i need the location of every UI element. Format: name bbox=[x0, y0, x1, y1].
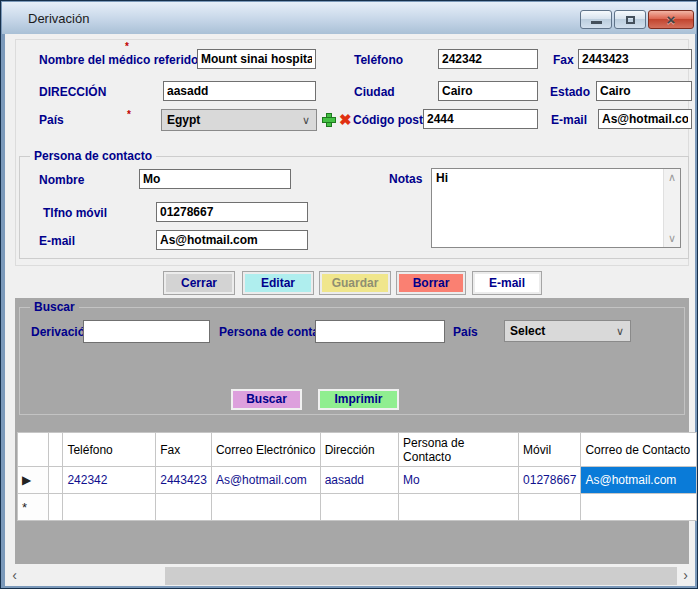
grid-header-movil[interactable]: Móvil bbox=[519, 433, 581, 467]
contact-groupbox-legend: Persona de contacto bbox=[30, 149, 156, 163]
referred-name-label: Nombre del médico referido bbox=[39, 53, 198, 67]
grid-header-fax[interactable]: Fax bbox=[156, 433, 212, 467]
grid-cell[interactable] bbox=[63, 494, 156, 521]
required-marker-referred: * bbox=[125, 41, 129, 52]
estado-input[interactable] bbox=[596, 81, 692, 101]
window-title: Derivación bbox=[28, 11, 89, 26]
contact-nombre-input[interactable] bbox=[139, 169, 291, 189]
contact-email-label: E-mail bbox=[39, 234, 75, 248]
grid-row-new[interactable]: * bbox=[18, 494, 697, 521]
email-input[interactable] bbox=[598, 109, 692, 129]
row-marker-new[interactable]: * bbox=[18, 494, 49, 521]
minimize-button[interactable] bbox=[580, 10, 612, 29]
pais-label: País bbox=[39, 113, 64, 127]
grid-cell-movil[interactable]: 01278667 bbox=[519, 467, 581, 494]
search-pais-value: Select bbox=[510, 324, 545, 338]
search-pais-combobox[interactable]: Select ∨ bbox=[504, 320, 631, 342]
email-button[interactable]: E-mail bbox=[473, 272, 541, 294]
search-persona-input[interactable] bbox=[315, 320, 445, 343]
grid-cell-telefono[interactable]: 242342 bbox=[63, 467, 156, 494]
grid-cell[interactable] bbox=[320, 494, 398, 521]
notas-scrollbar[interactable]: ∧ ∨ bbox=[663, 169, 680, 247]
plus-horizontal-bar bbox=[322, 117, 336, 123]
search-pais-label: País bbox=[453, 325, 478, 339]
borrar-button[interactable]: Borrar bbox=[397, 272, 465, 294]
close-button[interactable]: × bbox=[648, 10, 694, 29]
search-groupbox-legend: Buscar bbox=[30, 300, 79, 314]
scrollbar-thumb[interactable] bbox=[165, 567, 677, 585]
grid-cell[interactable] bbox=[211, 494, 320, 521]
contact-email-input[interactable] bbox=[156, 230, 308, 250]
grid-cell-fax[interactable]: 2443423 bbox=[156, 467, 212, 494]
chevron-down-icon: ∨ bbox=[616, 321, 624, 341]
close-icon: × bbox=[649, 11, 693, 29]
scroll-down-icon[interactable]: ∨ bbox=[664, 232, 680, 245]
email-label: E-mail bbox=[551, 113, 587, 127]
codigo-postal-input[interactable] bbox=[423, 109, 538, 129]
fax-label: Fax bbox=[553, 53, 574, 67]
maximize-icon bbox=[626, 16, 635, 24]
grid-cell[interactable] bbox=[399, 494, 519, 521]
grid-header-row: Teléfono Fax Correo Electrónico Direcció… bbox=[18, 433, 697, 467]
editar-button[interactable]: Editar bbox=[243, 272, 313, 294]
grid-header-telefono[interactable]: Teléfono bbox=[63, 433, 156, 467]
imprimir-button[interactable]: Imprimir bbox=[318, 389, 399, 410]
grid-cell-correo-electronico[interactable]: As@hotmail.com bbox=[211, 467, 320, 494]
grid-cell-persona[interactable]: Mo bbox=[399, 467, 519, 494]
grid-header-correo-electronico[interactable]: Correo Electrónico bbox=[211, 433, 320, 467]
grid-header-blank[interactable] bbox=[48, 433, 63, 467]
notas-textarea[interactable]: Hi ∧ ∨ bbox=[431, 168, 681, 248]
grid-cell[interactable] bbox=[48, 494, 63, 521]
contact-nombre-label: Nombre bbox=[39, 173, 84, 187]
grid-header-persona-contacto[interactable]: Persona de Contacto bbox=[399, 433, 519, 467]
grid-header-rowselector[interactable] bbox=[18, 433, 49, 467]
notas-label: Notas bbox=[389, 172, 422, 186]
ciudad-input[interactable] bbox=[438, 81, 538, 101]
grid-cell[interactable] bbox=[581, 494, 697, 521]
cerrar-button[interactable]: Cerrar bbox=[164, 272, 234, 294]
guardar-button[interactable]: Guardar bbox=[320, 272, 390, 294]
row-marker-current[interactable]: ▶ bbox=[18, 467, 49, 494]
estado-label: Estado bbox=[550, 85, 590, 99]
pais-combobox[interactable]: Egypt ∨ bbox=[161, 109, 317, 131]
direccion-label: DIRECCIÓN bbox=[39, 85, 106, 99]
notas-value: Hi bbox=[436, 171, 448, 185]
grid-cell[interactable] bbox=[519, 494, 581, 521]
movil-input[interactable] bbox=[156, 202, 308, 222]
telefono-input[interactable] bbox=[438, 49, 538, 69]
pais-value: Egypt bbox=[167, 113, 200, 127]
add-country-icon[interactable] bbox=[321, 112, 337, 128]
grid-row-1[interactable]: ▶ 242342 2443423 As@hotmail.com aasadd M… bbox=[18, 467, 697, 494]
buscar-button[interactable]: Buscar bbox=[231, 389, 302, 410]
grid-cell-direccion[interactable]: aasadd bbox=[320, 467, 398, 494]
grid-cell-correo-contacto-selected[interactable]: As@hotmail.com bbox=[581, 467, 697, 494]
telefono-label: Teléfono bbox=[354, 53, 403, 67]
maximize-button[interactable] bbox=[614, 10, 646, 29]
minimize-icon bbox=[591, 21, 602, 24]
direccion-input[interactable] bbox=[163, 81, 316, 101]
scroll-right-icon[interactable]: › bbox=[676, 567, 695, 585]
grid-cell[interactable] bbox=[48, 467, 63, 494]
grid-header-direccion[interactable]: Dirección bbox=[320, 433, 398, 467]
grid-header-correo-contacto[interactable]: Correo de Contacto bbox=[581, 433, 697, 467]
window-frame: Derivación × * Nombre del médico referid… bbox=[0, 0, 698, 589]
grid-cell[interactable] bbox=[156, 494, 212, 521]
required-marker-pais: * bbox=[127, 109, 131, 120]
titlebar[interactable]: Derivación × bbox=[2, 2, 696, 34]
delete-country-icon[interactable]: ✖ bbox=[339, 112, 352, 128]
results-grid: Teléfono Fax Correo Electrónico Direcció… bbox=[17, 432, 697, 521]
ciudad-label: Ciudad bbox=[354, 85, 395, 99]
scroll-left-icon[interactable]: ‹ bbox=[5, 567, 24, 585]
fax-input[interactable] bbox=[578, 49, 692, 69]
referred-name-input[interactable] bbox=[197, 49, 316, 69]
scroll-up-icon[interactable]: ∧ bbox=[664, 171, 680, 184]
search-derivacion-input[interactable] bbox=[83, 320, 210, 343]
chevron-down-icon: ∨ bbox=[302, 110, 310, 130]
horizontal-scrollbar[interactable]: ‹ › bbox=[5, 567, 695, 585]
movil-label: Tlfno móvil bbox=[43, 206, 107, 220]
